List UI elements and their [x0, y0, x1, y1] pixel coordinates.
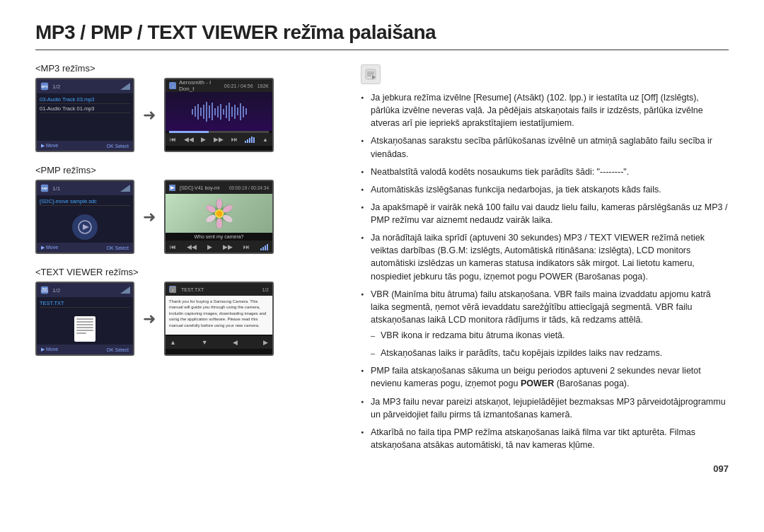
text-play-screen: T TEST.TXT 1/2 Thank you for buying a Sa… — [164, 282, 274, 356]
mp3-play-bitrate: 192K — [257, 83, 269, 88]
pmp-list-screen: PMP 1/1 [SDC]-move sample.sdc — [35, 180, 134, 254]
pmp-file-list: [SDC]-move sample.sdc — [37, 195, 133, 207]
wl-18 — [240, 103, 241, 120]
mp3-row: MP3 1/2 03-Audio Track 03.mp3 01-Audio T… — [35, 78, 340, 152]
pmp-vol-bars — [260, 243, 268, 250]
pmp-video-area — [166, 194, 272, 233]
pmp-section: <PMP režīms> PMP 1/1 — [35, 165, 340, 254]
txt-line-2 — [76, 321, 93, 323]
mp3-play-artist: Aerosmith - I Don_t — [179, 79, 221, 92]
pmp-fwd-btn[interactable]: ▶▶ — [223, 243, 233, 250]
wl-15 — [231, 107, 233, 117]
mp3-play-icon: ♪ — [169, 82, 176, 89]
mp3-corner-icon — [120, 83, 130, 90]
text-up-btn[interactable]: ▲ — [170, 339, 176, 346]
mp3-file-1: 03-Audio Track 03.mp3 — [40, 95, 130, 104]
note-item-9: Ja MP3 failu nevar pareizi atskaņot, lej… — [361, 395, 729, 421]
pmp-prev-btn[interactable]: ⏮ — [170, 243, 176, 250]
text-left-btn[interactable]: ◀ — [233, 339, 238, 346]
pmp-file-1: [SDC]-move sample.sdc — [40, 197, 130, 206]
note-item-4: Automātiskās izslēgšanas funkcija nedarb… — [361, 183, 729, 196]
pmp-label: <PMP režīms> — [35, 165, 340, 175]
pmp-play-time: 00:00:19 / 00:24:34 — [229, 185, 269, 190]
text-arrow: ➜ — [143, 310, 156, 328]
mp3-waveform-area — [166, 92, 272, 131]
text-list-bg — [37, 309, 133, 348]
vb2 — [247, 139, 248, 143]
page-title: MP3 / PMP / TEXT VIEWER režīma palaišana — [35, 21, 729, 44]
pmp-vb1 — [260, 248, 262, 250]
mp3-play-topbar: ♪ Aerosmith - I Don_t 00:21 / 04:56 192K — [166, 79, 272, 92]
wl-10 — [217, 106, 219, 117]
wl-4 — [200, 108, 202, 116]
wl-1 — [192, 109, 193, 115]
pmp-icon: PMP — [40, 183, 50, 193]
mp3-play-screen: ♪ Aerosmith - I Don_t 00:21 / 04:56 192K — [164, 78, 274, 152]
mp3-file-list: 03-Audio Track 03.mp3 01-Audio Track 01.… — [37, 93, 133, 115]
text-list-bottombar: ▶ Move OK Select — [37, 345, 133, 354]
mp3-move-label: ▶ Move — [41, 143, 58, 149]
note-item-8: PMP faila atskaņošanas sākuma un beigu p… — [361, 364, 729, 390]
mp3-next-btn[interactable]: ⏭ — [231, 136, 238, 143]
txt-line-4 — [76, 327, 93, 328]
pmp-move-label: ▶ Move — [41, 245, 58, 250]
text-screen-num: 1/2 — [52, 287, 60, 294]
svg-text:MP3: MP3 — [42, 85, 48, 88]
mp3-label: <MP3 režīms> — [35, 63, 340, 74]
vb3 — [249, 138, 250, 143]
svg-point-18 — [216, 198, 222, 209]
txt-line-3 — [76, 324, 93, 325]
text-viewer-label: <TEXT VIEWER režīms> — [35, 267, 340, 277]
text-file-1: TEST.TXT — [40, 299, 130, 308]
pmp-list-topbar: PMP 1/1 — [37, 181, 133, 195]
wl-7 — [209, 105, 210, 118]
text-doc-icon — [74, 316, 96, 342]
mp3-list-screen: MP3 1/2 03-Audio Track 03.mp3 01-Audio T… — [35, 78, 134, 152]
text-list-topbar: TEXT VIEWER 1/2 — [37, 283, 133, 297]
wl-14 — [228, 103, 230, 121]
mp3-fwd-btn[interactable]: ▶▶ — [214, 136, 224, 143]
mp3-rew-btn[interactable]: ◀◀ — [184, 136, 194, 143]
pmp-next-btn[interactable]: ⏭ — [243, 243, 250, 250]
text-play-topbar: T TEST.TXT 1/2 — [166, 283, 272, 296]
pmp-vb2 — [262, 247, 264, 250]
wl-5 — [203, 105, 204, 119]
svg-point-25 — [216, 210, 222, 216]
pmp-controls: ⏮ ◀◀ ▶ ▶▶ ⏭ — [166, 241, 272, 253]
mp3-menu-btn[interactable]: ▲ — [262, 137, 268, 143]
svg-marker-29 — [120, 287, 130, 294]
text-viewer-row: TEXT VIEWER 1/2 TEST.TXT — [35, 282, 340, 356]
pmp-row: PMP 1/1 [SDC]-move sample.sdc — [35, 180, 340, 254]
svg-marker-2 — [120, 83, 130, 90]
pmp-play-btn[interactable]: ▶ — [207, 243, 212, 250]
text-down-btn[interactable]: ▼ — [202, 339, 208, 346]
wl-11 — [220, 104, 221, 120]
text-move-label: ▶ Move — [41, 347, 58, 352]
vb5 — [253, 137, 255, 143]
text-play-icon: T — [169, 286, 176, 293]
mp3-prev-btn[interactable]: ⏮ — [170, 136, 176, 143]
svg-marker-7 — [120, 185, 130, 192]
notes-header — [361, 63, 729, 84]
text-right-btn[interactable]: ▶ — [263, 339, 268, 346]
text-list-screen: TEXT VIEWER 1/2 TEST.TXT — [35, 282, 134, 356]
right-column: Ja jebkura režīma izvēlne [Resume] (Atsā… — [361, 63, 729, 456]
text-icon: TEXT VIEWER — [40, 285, 50, 295]
pmp-vb4 — [267, 244, 268, 250]
text-content-area: Thank you for buying a Samsung Camera. T… — [166, 296, 272, 335]
pmp-corner-icon — [120, 185, 130, 192]
pmp-rew-btn[interactable]: ◀◀ — [187, 243, 197, 250]
mp3-icon: MP3 — [40, 81, 50, 91]
text-corner-icon — [120, 287, 130, 294]
pmp-flower-svg — [202, 196, 237, 231]
pmp-vb3 — [265, 245, 266, 250]
wl-9 — [214, 108, 216, 115]
main-layout: <MP3 režīms> MP3 1/2 — [35, 63, 729, 456]
mp3-controls: ⏮ ◀◀ ▶ ▶▶ ⏭ ▲ — [166, 133, 272, 146]
mp3-play-btn[interactable]: ▶ — [201, 136, 206, 143]
vb4 — [251, 137, 253, 143]
wl-13 — [226, 105, 227, 118]
note-item-6: Ja norādītajā laika sprīdī (aptuveni 30 … — [361, 231, 729, 283]
note-item-3: Neatbalstītā valodā kodēts nosaukums tie… — [361, 166, 729, 178]
wl-2 — [195, 106, 196, 117]
